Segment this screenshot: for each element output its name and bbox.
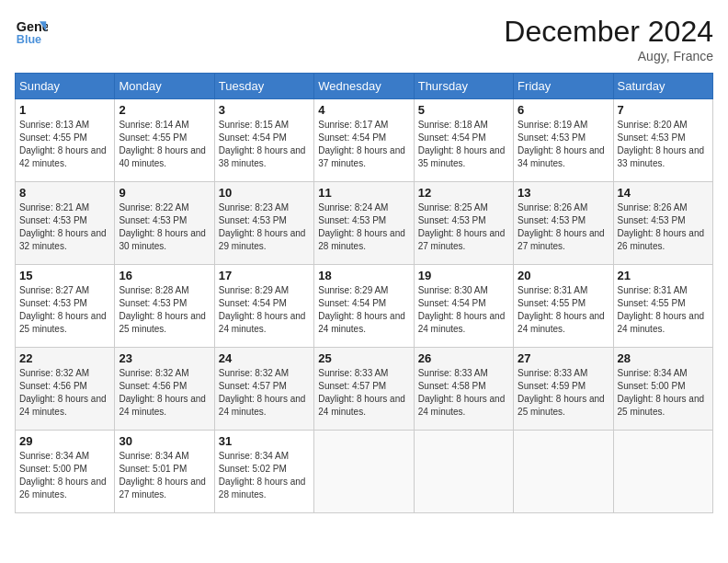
day-28: 28 Sunrise: 8:34 AM Sunset: 5:00 PM Dayl…: [613, 348, 712, 431]
day-number: 9: [119, 186, 210, 200]
day-info: Sunrise: 8:26 AM Sunset: 4:53 PM Dayligh…: [618, 201, 709, 253]
day-1: 1 Sunrise: 8:13 AM Sunset: 4:55 PM Dayli…: [16, 99, 115, 182]
day-23: 23 Sunrise: 8:32 AM Sunset: 4:56 PM Dayl…: [115, 348, 214, 431]
day-2: 2 Sunrise: 8:14 AM Sunset: 4:55 PM Dayli…: [115, 99, 214, 182]
day-8: 8 Sunrise: 8:21 AM Sunset: 4:53 PM Dayli…: [16, 182, 115, 265]
day-number: 25: [318, 351, 409, 365]
day-info: Sunrise: 8:20 AM Sunset: 4:53 PM Dayligh…: [618, 119, 709, 170]
day-21: 21 Sunrise: 8:31 AM Sunset: 4:55 PM Dayl…: [613, 265, 712, 348]
day-15: 15 Sunrise: 8:27 AM Sunset: 4:53 PM Dayl…: [16, 265, 115, 348]
day-info: Sunrise: 8:32 AM Sunset: 4:56 PM Dayligh…: [119, 367, 210, 419]
day-number: 13: [518, 186, 609, 200]
day-12: 12 Sunrise: 8:25 AM Sunset: 4:53 PM Dayl…: [414, 182, 513, 265]
day-14: 14 Sunrise: 8:26 AM Sunset: 4:53 PM Dayl…: [613, 182, 712, 265]
day-info: Sunrise: 8:15 AM Sunset: 4:54 PM Dayligh…: [219, 119, 310, 170]
day-30: 30 Sunrise: 8:34 AM Sunset: 5:01 PM Dayl…: [115, 431, 214, 513]
day-29: 29 Sunrise: 8:34 AM Sunset: 5:00 PM Dayl…: [16, 431, 115, 513]
day-31: 31 Sunrise: 8:34 AM Sunset: 5:02 PM Dayl…: [214, 431, 313, 513]
calendar-week-3: 15 Sunrise: 8:27 AM Sunset: 4:53 PM Dayl…: [16, 265, 713, 348]
location: Augy, France: [504, 49, 713, 63]
day-6: 6 Sunrise: 8:19 AM Sunset: 4:53 PM Dayli…: [514, 99, 613, 182]
day-info: Sunrise: 8:30 AM Sunset: 4:54 PM Dayligh…: [418, 284, 509, 336]
day-number: 3: [219, 103, 310, 117]
day-18: 18 Sunrise: 8:29 AM Sunset: 4:54 PM Dayl…: [314, 265, 414, 348]
day-number: 31: [219, 434, 310, 448]
page-header: General Blue December 2024 Augy, France: [15, 15, 713, 63]
day-number: 18: [318, 269, 409, 282]
day-info: Sunrise: 8:31 AM Sunset: 4:55 PM Dayligh…: [518, 284, 609, 336]
day-info: Sunrise: 8:14 AM Sunset: 4:55 PM Dayligh…: [119, 119, 210, 170]
day-number: 22: [19, 351, 110, 365]
day-number: 11: [318, 186, 409, 200]
day-number: 30: [119, 434, 210, 448]
day-22: 22 Sunrise: 8:32 AM Sunset: 4:56 PM Dayl…: [16, 348, 115, 431]
day-number: 14: [618, 186, 709, 200]
col-sunday: Sunday: [16, 74, 115, 99]
day-number: 28: [618, 351, 709, 365]
day-info: Sunrise: 8:33 AM Sunset: 4:58 PM Dayligh…: [418, 367, 509, 419]
empty-day: [414, 431, 513, 513]
month-title: December 2024: [504, 15, 713, 49]
day-27: 27 Sunrise: 8:33 AM Sunset: 4:59 PM Dayl…: [514, 348, 613, 431]
calendar-week-4: 22 Sunrise: 8:32 AM Sunset: 4:56 PM Dayl…: [16, 348, 713, 431]
day-info: Sunrise: 8:28 AM Sunset: 4:53 PM Dayligh…: [119, 284, 210, 336]
day-number: 29: [19, 434, 110, 448]
day-info: Sunrise: 8:29 AM Sunset: 4:54 PM Dayligh…: [219, 284, 310, 336]
day-16: 16 Sunrise: 8:28 AM Sunset: 4:53 PM Dayl…: [115, 265, 214, 348]
day-number: 23: [119, 351, 210, 365]
empty-day: [514, 431, 613, 513]
day-number: 15: [19, 269, 110, 282]
day-info: Sunrise: 8:18 AM Sunset: 4:54 PM Dayligh…: [418, 119, 509, 170]
calendar-week-2: 8 Sunrise: 8:21 AM Sunset: 4:53 PM Dayli…: [16, 182, 713, 265]
calendar-table: Sunday Monday Tuesday Wednesday Thursday…: [15, 73, 713, 513]
day-number: 12: [418, 186, 509, 200]
day-info: Sunrise: 8:25 AM Sunset: 4:53 PM Dayligh…: [418, 201, 509, 253]
col-saturday: Saturday: [613, 74, 712, 99]
logo: General Blue: [15, 15, 51, 48]
day-info: Sunrise: 8:34 AM Sunset: 5:00 PM Dayligh…: [19, 450, 110, 501]
day-4: 4 Sunrise: 8:17 AM Sunset: 4:54 PM Dayli…: [314, 99, 414, 182]
day-number: 4: [318, 103, 409, 117]
day-info: Sunrise: 8:22 AM Sunset: 4:53 PM Dayligh…: [119, 201, 210, 253]
day-info: Sunrise: 8:34 AM Sunset: 5:00 PM Dayligh…: [618, 367, 709, 419]
day-number: 6: [518, 103, 609, 117]
day-info: Sunrise: 8:32 AM Sunset: 4:57 PM Dayligh…: [219, 367, 310, 419]
day-number: 2: [119, 103, 210, 117]
day-number: 16: [119, 269, 210, 282]
day-number: 19: [418, 269, 509, 282]
day-info: Sunrise: 8:13 AM Sunset: 4:55 PM Dayligh…: [19, 119, 110, 170]
calendar-week-5: 29 Sunrise: 8:34 AM Sunset: 5:00 PM Dayl…: [16, 431, 713, 513]
day-24: 24 Sunrise: 8:32 AM Sunset: 4:57 PM Dayl…: [214, 348, 313, 431]
day-info: Sunrise: 8:34 AM Sunset: 5:02 PM Dayligh…: [219, 450, 310, 501]
col-wednesday: Wednesday: [314, 74, 414, 99]
col-monday: Monday: [115, 74, 214, 99]
day-info: Sunrise: 8:21 AM Sunset: 4:53 PM Dayligh…: [19, 201, 110, 253]
col-thursday: Thursday: [414, 74, 513, 99]
day-7: 7 Sunrise: 8:20 AM Sunset: 4:53 PM Dayli…: [613, 99, 712, 182]
day-info: Sunrise: 8:19 AM Sunset: 4:53 PM Dayligh…: [518, 119, 609, 170]
day-20: 20 Sunrise: 8:31 AM Sunset: 4:55 PM Dayl…: [514, 265, 613, 348]
day-info: Sunrise: 8:33 AM Sunset: 4:59 PM Dayligh…: [518, 367, 609, 419]
col-tuesday: Tuesday: [214, 74, 313, 99]
day-number: 20: [518, 269, 609, 282]
logo-icon: General Blue: [15, 15, 48, 48]
day-number: 21: [618, 269, 709, 282]
day-info: Sunrise: 8:27 AM Sunset: 4:53 PM Dayligh…: [19, 284, 110, 336]
svg-text:Blue: Blue: [17, 33, 41, 46]
day-number: 24: [219, 351, 310, 365]
day-info: Sunrise: 8:23 AM Sunset: 4:53 PM Dayligh…: [219, 201, 310, 253]
day-13: 13 Sunrise: 8:26 AM Sunset: 4:53 PM Dayl…: [514, 182, 613, 265]
day-info: Sunrise: 8:26 AM Sunset: 4:53 PM Dayligh…: [518, 201, 609, 253]
day-info: Sunrise: 8:32 AM Sunset: 4:56 PM Dayligh…: [19, 367, 110, 419]
day-19: 19 Sunrise: 8:30 AM Sunset: 4:54 PM Dayl…: [414, 265, 513, 348]
day-number: 17: [219, 269, 310, 282]
col-friday: Friday: [514, 74, 613, 99]
title-block: December 2024 Augy, France: [504, 15, 713, 63]
day-number: 7: [618, 103, 709, 117]
empty-day: [613, 431, 712, 513]
day-number: 27: [518, 351, 609, 365]
day-info: Sunrise: 8:33 AM Sunset: 4:57 PM Dayligh…: [318, 367, 409, 419]
empty-day: [314, 431, 414, 513]
day-number: 10: [219, 186, 310, 200]
day-25: 25 Sunrise: 8:33 AM Sunset: 4:57 PM Dayl…: [314, 348, 414, 431]
